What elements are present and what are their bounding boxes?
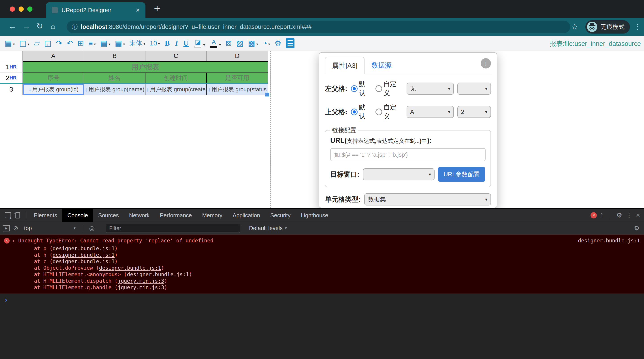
console-settings-gear-icon[interactable]: ⚙ xyxy=(634,224,640,232)
address-bar[interactable]: ⓘ localhost:8080/demo/ureport/designer?_… xyxy=(67,20,570,33)
chart-button[interactable]: ◔▾ xyxy=(261,40,272,47)
settings-gear-icon[interactable]: ⚙ xyxy=(273,40,283,47)
stack-file-link[interactable]: designer.bundle.js:1 xyxy=(52,246,114,251)
italic-button[interactable]: I xyxy=(173,39,180,48)
cell-b2[interactable]: 姓名 xyxy=(84,73,146,83)
devtools-tab-performance[interactable]: Performance xyxy=(154,208,197,222)
top-parent-default-radio[interactable]: 默认 xyxy=(351,103,372,121)
grid-corner[interactable] xyxy=(0,51,23,61)
site-info-icon[interactable]: ⓘ xyxy=(72,23,78,31)
font-family-caret-icon[interactable]: ▾ xyxy=(144,42,145,46)
left-parent-custom-radio[interactable]: 自定义 xyxy=(376,80,403,98)
cell-c3[interactable]: ↓用户报表.group(create xyxy=(146,84,207,95)
column-header-b[interactable]: B xyxy=(84,51,146,61)
left-parent-default-radio[interactable]: 默认 xyxy=(351,80,372,98)
stack-file-link[interactable]: designer.bundle.js:1 xyxy=(99,265,161,271)
target-window-select[interactable]: ▾ xyxy=(363,168,434,180)
open-file-button[interactable]: ▱ xyxy=(32,40,41,47)
devtools-close-icon[interactable]: × xyxy=(636,212,640,219)
undo-button[interactable]: ↶ xyxy=(65,40,75,47)
stack-file-link[interactable]: designer.bundle.js:1 xyxy=(52,252,114,258)
cell-a1-title[interactable]: 用户报表 xyxy=(23,61,268,73)
reload-icon[interactable]: ↻ xyxy=(36,22,43,31)
devtools-tab-application[interactable]: Application xyxy=(228,208,265,222)
cell-a2[interactable]: 序号 xyxy=(23,73,84,83)
selection-fill-handle[interactable] xyxy=(266,93,269,96)
devtools-tab-elements[interactable]: Elements xyxy=(29,208,62,222)
save-button[interactable]: ◫▾ xyxy=(18,40,31,47)
font-color-caret-icon[interactable]: ▾ xyxy=(219,43,221,48)
tab-close-icon[interactable]: × xyxy=(136,7,140,14)
devtools-tab-network[interactable]: Network xyxy=(124,208,155,222)
devtools-menu-icon[interactable]: ⋮ xyxy=(626,211,632,219)
tab-properties[interactable]: 属性[A3] xyxy=(325,57,364,74)
log-levels-select[interactable]: Default levels▾ xyxy=(249,225,287,232)
row-header-3[interactable]: 3 xyxy=(0,84,23,95)
top-parent-select[interactable]: A▾ xyxy=(406,106,454,118)
preview-caret-icon[interactable]: ▾ xyxy=(13,42,15,47)
expand-triangle-icon[interactable]: ▶ xyxy=(13,237,15,244)
column-header-d[interactable]: D xyxy=(207,51,268,61)
left-parent-select[interactable]: 无▾ xyxy=(406,82,454,95)
collapse-panel-button[interactable]: ↓ xyxy=(481,58,491,68)
merge-cells-button[interactable]: ⊞ xyxy=(76,40,86,47)
cell-type-select[interactable]: 数据集▾ xyxy=(364,194,491,206)
mac-zoom-icon[interactable] xyxy=(27,6,32,12)
clear-console-icon[interactable]: ⊘ xyxy=(13,224,18,232)
mac-close-icon[interactable] xyxy=(10,6,15,12)
qrcode-caret-icon[interactable]: ▾ xyxy=(256,42,258,47)
font-size-caret-icon[interactable]: ▾ xyxy=(158,42,160,46)
row-header-2[interactable]: 2HR xyxy=(0,73,23,83)
devtools-tab-console[interactable]: Console xyxy=(62,208,93,222)
stack-file-link[interactable]: jquery.min.js:3 xyxy=(118,278,164,284)
cell-style-caret-icon[interactable]: ▾ xyxy=(123,42,125,47)
cell-c2[interactable]: 创建时间 xyxy=(146,73,207,83)
qrcode-button[interactable]: ▩▾ xyxy=(246,40,260,47)
underline-button[interactable]: U xyxy=(181,39,191,48)
url-params-button[interactable]: URL参数配置 xyxy=(438,167,485,182)
import-excel-button[interactable]: ◱ xyxy=(42,40,53,47)
fill-color-caret-icon[interactable]: ▾ xyxy=(203,43,205,48)
error-source-link[interactable]: designer.bundle.js:1 xyxy=(578,237,640,244)
row-header-1[interactable]: 1HR xyxy=(0,61,23,73)
browser-menu-icon[interactable]: ⋮ xyxy=(634,22,641,31)
diagonal-cell-button[interactable]: ⊠ xyxy=(224,40,234,47)
devtools-tab-memory[interactable]: Memory xyxy=(197,208,227,222)
cell-style-button[interactable]: ▦▾ xyxy=(113,40,126,47)
bold-button[interactable]: B xyxy=(163,39,172,48)
preview-button[interactable]: ▤▾ xyxy=(3,40,16,47)
inspect-element-icon[interactable] xyxy=(5,212,11,218)
save-caret-icon[interactable]: ▾ xyxy=(28,42,29,47)
top-parent-sub-select[interactable]: 2▾ xyxy=(458,106,491,118)
chart-caret-icon[interactable]: ▾ xyxy=(268,42,270,47)
device-toolbar-icon[interactable] xyxy=(16,212,20,218)
column-header-c[interactable]: C xyxy=(146,51,207,61)
cell-d3[interactable]: ↓用户报表.group(status xyxy=(207,84,268,95)
form-designer-icon[interactable] xyxy=(286,38,294,48)
error-badge-icon[interactable]: × xyxy=(590,212,597,218)
cell-a3[interactable]: ↓用户报表.group(id) xyxy=(23,84,84,95)
devtools-tab-sources[interactable]: Sources xyxy=(93,208,124,222)
stack-file-link[interactable]: designer.bundle.js:1 xyxy=(52,258,114,264)
live-expression-eye-icon[interactable]: ◎ xyxy=(89,224,94,232)
devtools-tab-lighthouse[interactable]: Lighthouse xyxy=(296,208,333,222)
align-caret-icon[interactable]: ▾ xyxy=(94,42,96,47)
browser-tab[interactable]: UReport2 Designer × xyxy=(46,2,146,18)
redo-button[interactable]: ↷ xyxy=(54,40,64,47)
font-color-button[interactable]: A ▾ xyxy=(208,39,222,48)
bookmark-star-icon[interactable]: ☆ xyxy=(571,22,578,31)
stack-file-link[interactable]: jquery.min.js:3 xyxy=(118,284,164,290)
border-caret-icon[interactable]: ▾ xyxy=(108,42,110,47)
new-tab-icon[interactable]: + xyxy=(154,2,160,14)
console-filter-input[interactable] xyxy=(106,224,240,233)
forward-icon[interactable]: → xyxy=(22,22,30,31)
back-icon[interactable]: ← xyxy=(8,22,16,31)
top-parent-custom-radio[interactable]: 自定义 xyxy=(376,103,403,121)
fill-color-button[interactable]: ◪ ▾ xyxy=(192,39,206,48)
mac-minimize-icon[interactable] xyxy=(18,6,24,12)
align-button[interactable]: ≡▾ xyxy=(87,40,97,47)
border-button[interactable]: ▤▾ xyxy=(99,40,112,47)
console-sidebar-toggle-icon[interactable]: ▶ xyxy=(3,225,10,232)
devtools-tab-security[interactable]: Security xyxy=(265,208,296,222)
url-input[interactable] xyxy=(330,148,486,161)
